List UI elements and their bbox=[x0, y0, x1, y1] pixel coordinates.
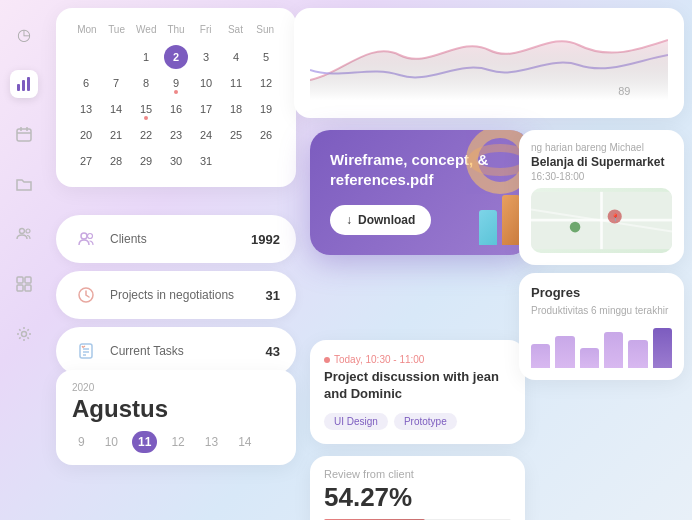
sidebar-icon-settings[interactable] bbox=[10, 320, 38, 348]
month-widget: 2020 Agustus 9 10 11 12 13 14 bbox=[56, 370, 296, 465]
cal-day-27[interactable]: 27 bbox=[74, 149, 98, 173]
svg-rect-1 bbox=[22, 80, 25, 91]
cal-day-14[interactable]: 14 bbox=[104, 97, 128, 121]
cal-day-18[interactable]: 18 bbox=[224, 97, 248, 121]
cal-empty bbox=[254, 149, 278, 173]
cal-day-22[interactable]: 22 bbox=[134, 123, 158, 147]
cal-day-15[interactable]: 15 bbox=[134, 97, 158, 121]
stat-clients: Clients 1992 bbox=[56, 215, 296, 263]
calendar-grid: 1 2 3 4 5 6 7 8 9 10 11 12 13 14 15 16 1… bbox=[72, 45, 280, 173]
cal-day-8[interactable]: 8 bbox=[134, 71, 158, 95]
schedule-map: 📍 bbox=[531, 188, 672, 253]
schedule-title: Belanja di Supermarket bbox=[531, 155, 672, 169]
progress-card: Progres Produktivitas 6 minggu terakhir bbox=[519, 273, 684, 380]
date-14[interactable]: 14 bbox=[232, 431, 257, 453]
date-12[interactable]: 12 bbox=[165, 431, 190, 453]
month-label: Agustus bbox=[72, 395, 280, 423]
chart-widget: 89 bbox=[294, 8, 684, 118]
chart-svg: 89 bbox=[310, 20, 668, 100]
download-button[interactable]: ↓ Download bbox=[330, 205, 431, 235]
date-11[interactable]: 11 bbox=[132, 431, 157, 453]
svg-point-13 bbox=[22, 332, 27, 337]
event-tag-ui: UI Design bbox=[324, 413, 388, 430]
cal-day-20[interactable]: 20 bbox=[74, 123, 98, 147]
svg-point-14 bbox=[81, 233, 87, 239]
prog-bar-4 bbox=[604, 332, 623, 368]
sidebar: ◷ bbox=[0, 0, 48, 520]
cal-day-31[interactable]: 31 bbox=[194, 149, 218, 173]
cal-day-13[interactable]: 13 bbox=[74, 97, 98, 121]
prog-bar-3 bbox=[580, 348, 599, 368]
date-9[interactable]: 9 bbox=[72, 431, 91, 453]
tasks-label: Current Tasks bbox=[110, 344, 256, 358]
sidebar-icon-chart[interactable] bbox=[10, 70, 38, 98]
cal-day-29[interactable]: 29 bbox=[134, 149, 158, 173]
schedule-card: ng harian bareng Michael Belanja di Supe… bbox=[519, 130, 684, 265]
day-sun: Sun bbox=[250, 22, 280, 37]
sidebar-icon-folder[interactable] bbox=[10, 170, 38, 198]
cal-day-3[interactable]: 3 bbox=[194, 45, 218, 69]
cal-day-11[interactable]: 11 bbox=[224, 71, 248, 95]
cal-day-10[interactable]: 10 bbox=[194, 71, 218, 95]
cal-empty bbox=[74, 45, 98, 69]
main-content: Mon Tue Wed Thu Fri Sat Sun 1 2 3 4 5 6 … bbox=[48, 0, 692, 520]
svg-text:📍: 📍 bbox=[611, 213, 620, 222]
svg-point-8 bbox=[26, 229, 30, 233]
day-wed: Wed bbox=[131, 22, 161, 37]
svg-rect-10 bbox=[25, 277, 31, 283]
bar-orange bbox=[502, 195, 520, 245]
event-tags: UI Design Prototype bbox=[324, 413, 511, 430]
review-percent: 54.27% bbox=[324, 482, 511, 513]
map-svg: 📍 bbox=[531, 188, 672, 253]
sidebar-icon-grid[interactable] bbox=[10, 270, 38, 298]
event-time: Today, 10:30 - 11:00 bbox=[324, 354, 511, 365]
cal-day-28[interactable]: 28 bbox=[104, 149, 128, 173]
cal-day-30[interactable]: 30 bbox=[164, 149, 188, 173]
cal-day-2[interactable]: 2 bbox=[164, 45, 188, 69]
svg-point-7 bbox=[20, 229, 25, 234]
sidebar-icon-calendar[interactable] bbox=[10, 120, 38, 148]
cal-day-16[interactable]: 16 bbox=[164, 97, 188, 121]
day-mon: Mon bbox=[72, 22, 102, 37]
day-tue: Tue bbox=[102, 22, 132, 37]
cal-day-23[interactable]: 23 bbox=[164, 123, 188, 147]
cal-day-9[interactable]: 9 bbox=[164, 71, 188, 95]
cal-day-21[interactable]: 21 bbox=[104, 123, 128, 147]
cal-day-4[interactable]: 4 bbox=[224, 45, 248, 69]
download-arrow-icon: ↓ bbox=[346, 213, 352, 227]
cal-day-12[interactable]: 12 bbox=[254, 71, 278, 95]
cal-empty bbox=[224, 149, 248, 173]
date-10[interactable]: 10 bbox=[99, 431, 124, 453]
day-thu: Thu bbox=[161, 22, 191, 37]
projects-icon bbox=[72, 281, 100, 309]
sidebar-icon-clock[interactable]: ◷ bbox=[10, 20, 38, 48]
projects-label: Projects in negotiations bbox=[110, 288, 256, 302]
svg-rect-17 bbox=[80, 344, 92, 358]
cal-day-6[interactable]: 6 bbox=[74, 71, 98, 95]
schedule-time: 16:30-18:00 bbox=[531, 171, 672, 182]
tasks-icon bbox=[72, 337, 100, 365]
svg-rect-3 bbox=[17, 129, 31, 141]
cal-day-24[interactable]: 24 bbox=[194, 123, 218, 147]
prog-bar-6 bbox=[653, 328, 672, 368]
download-button-label: Download bbox=[358, 213, 415, 227]
day-sat: Sat bbox=[221, 22, 251, 37]
stat-tasks: Current Tasks 43 bbox=[56, 327, 296, 375]
event-card: Today, 10:30 - 11:00 Project discussion … bbox=[310, 340, 525, 444]
sidebar-icon-users[interactable] bbox=[10, 220, 38, 248]
cal-day-1[interactable]: 1 bbox=[134, 45, 158, 69]
date-13[interactable]: 13 bbox=[199, 431, 224, 453]
schedule-label: ng harian bareng Michael bbox=[531, 142, 672, 153]
day-fri: Fri bbox=[191, 22, 221, 37]
cal-empty bbox=[104, 45, 128, 69]
cal-day-19[interactable]: 19 bbox=[254, 97, 278, 121]
cal-day-25[interactable]: 25 bbox=[224, 123, 248, 147]
cal-day-17[interactable]: 17 bbox=[194, 97, 218, 121]
event-dot bbox=[324, 357, 330, 363]
stat-projects: Projects in negotiations 31 bbox=[56, 271, 296, 319]
cal-day-7[interactable]: 7 bbox=[104, 71, 128, 95]
cal-day-26[interactable]: 26 bbox=[254, 123, 278, 147]
event-tag-prototype: Prototype bbox=[394, 413, 457, 430]
cal-day-5[interactable]: 5 bbox=[254, 45, 278, 69]
year-label: 2020 bbox=[72, 382, 280, 393]
